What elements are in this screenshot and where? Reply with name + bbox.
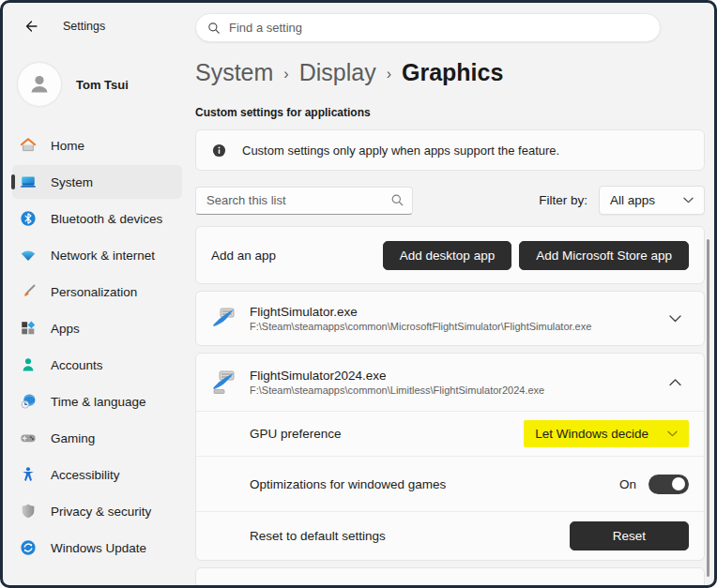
sidebar-item-personalization[interactable]: Personalization <box>12 275 182 309</box>
sidebar-item-label: Accessibility <box>51 468 120 482</box>
windowed-optimizations-label: Optimizations for windowed games <box>250 477 446 491</box>
sidebar-item-label: Gaming <box>51 431 95 445</box>
sidebar-item-windows-update[interactable]: Windows Update <box>12 531 182 565</box>
breadcrumb-separator: › <box>376 66 402 83</box>
bluetooth-icon <box>20 210 37 227</box>
breadcrumb-separator: › <box>273 66 298 83</box>
toggle-knob <box>672 477 685 490</box>
sidebar: Tom Tsui Home System Bluetooth & devices <box>3 50 191 585</box>
windowed-optimizations-row: Optimizations for windowed games On <box>196 456 704 511</box>
list-search-box[interactable] <box>195 187 413 215</box>
sidebar-item-label: Bluetooth & devices <box>51 212 162 226</box>
gpu-preference-label: GPU preference <box>250 427 342 441</box>
reset-button[interactable]: Reset <box>570 521 689 550</box>
time-language-icon <box>20 393 37 410</box>
windows-update-icon <box>20 539 37 556</box>
collapse-button[interactable] <box>661 369 689 397</box>
breadcrumb-graphics: Graphics <box>402 59 503 86</box>
sidebar-item-label: Time & language <box>51 395 146 409</box>
filter-group: Filter by: All apps <box>539 186 705 215</box>
apps-list: Add an app Add desktop app Add Microsoft… <box>195 226 705 588</box>
gaming-icon <box>20 430 37 446</box>
section-title: Custom settings for applications <box>195 106 705 119</box>
sidebar-item-bluetooth[interactable]: Bluetooth & devices <box>12 202 182 235</box>
app-header[interactable]: FlightSimulator2024.exe F:\Steam\steamap… <box>196 354 704 411</box>
sidebar-item-label: Home <box>51 139 84 153</box>
next-app-card-partial[interactable] <box>195 567 705 588</box>
breadcrumb-display[interactable]: Display <box>299 59 376 86</box>
back-button[interactable] <box>16 11 46 41</box>
app-path: F:\Steam\steamapps\common\MicrosoftFligh… <box>250 321 648 332</box>
sidebar-item-time-language[interactable]: Time & language <box>12 384 182 418</box>
app-path: F:\Steam\steamapps\common\Limitless\Flig… <box>250 384 648 396</box>
breadcrumb-system[interactable]: System <box>195 59 273 86</box>
global-search-input[interactable] <box>229 21 648 35</box>
avatar <box>18 63 61 106</box>
sidebar-item-gaming[interactable]: Gaming <box>12 421 182 455</box>
filter-value: All apps <box>610 193 655 207</box>
global-search-box[interactable] <box>195 13 661 42</box>
search-icon <box>207 22 221 35</box>
app-text: FlightSimulator2024.exe F:\Steam\steamap… <box>250 369 648 396</box>
search-icon <box>390 193 404 207</box>
flightsimulator2024-app-icon <box>211 369 236 395</box>
windowed-optimizations-toggle[interactable] <box>648 475 689 494</box>
gpu-preference-value: Let Windows decide <box>535 427 648 441</box>
sidebar-item-accessibility[interactable]: Accessibility <box>12 458 182 491</box>
breadcrumb: System › Display › Graphics <box>195 59 705 86</box>
info-icon <box>212 143 226 158</box>
sidebar-item-label: Windows Update <box>51 541 146 555</box>
sidebar-item-home[interactable]: Home <box>12 128 182 162</box>
sidebar-item-privacy-security[interactable]: Privacy & security <box>12 494 182 528</box>
system-icon <box>20 173 37 190</box>
gpu-preference-dropdown[interactable]: Let Windows decide <box>524 420 689 447</box>
flightsimulator-app-icon <box>211 306 236 331</box>
toggle-wrap: On <box>619 475 689 494</box>
personalization-icon <box>20 283 37 300</box>
app-header[interactable]: FlightSimulator.exe F:\Steam\steamapps\c… <box>196 292 704 345</box>
person-icon <box>25 70 53 98</box>
list-search-input[interactable] <box>195 187 413 215</box>
filter-label: Filter by: <box>539 193 587 207</box>
main-content: System › Display › Graphics Custom setti… <box>195 50 705 585</box>
apps-icon <box>20 320 37 337</box>
chevron-down-icon <box>667 430 678 437</box>
sidebar-item-label: Privacy & security <box>51 505 151 519</box>
user-profile[interactable]: Tom Tsui <box>3 55 191 113</box>
app-name: FlightSimulator.exe <box>250 305 648 319</box>
add-store-app-button[interactable]: Add Microsoft Store app <box>519 241 689 270</box>
sidebar-item-label: Apps <box>51 322 80 336</box>
chevron-down-icon <box>669 315 681 323</box>
sidebar-item-system[interactable]: System <box>12 165 182 199</box>
sidebar-item-accounts[interactable]: Accounts <box>12 348 182 382</box>
chevron-down-icon <box>683 197 694 204</box>
settings-window: Settings Tom Tsui Home S <box>0 0 717 588</box>
add-an-app-label: Add an app <box>211 249 383 263</box>
sidebar-item-label: Personalization <box>51 285 137 299</box>
network-icon <box>20 247 37 264</box>
expand-button[interactable] <box>661 305 689 333</box>
filter-dropdown[interactable]: All apps <box>599 186 705 215</box>
titlebar: Settings <box>3 3 714 50</box>
user-name: Tom Tsui <box>76 78 129 92</box>
reset-label: Reset to default settings <box>250 529 386 543</box>
home-icon <box>20 137 37 154</box>
sidebar-item-apps[interactable]: Apps <box>12 311 182 345</box>
sidebar-item-label: Accounts <box>51 358 103 372</box>
scrollbar[interactable] <box>707 239 709 577</box>
sidebar-item-network[interactable]: Network & internet <box>12 238 182 272</box>
back-arrow-icon <box>23 19 38 34</box>
add-desktop-app-button[interactable]: Add desktop app <box>383 241 511 270</box>
info-banner: Custom settings only apply when apps sup… <box>195 129 705 171</box>
app-card-flightsimulator[interactable]: FlightSimulator.exe F:\Steam\steamapps\c… <box>195 291 705 346</box>
app-name: FlightSimulator2024.exe <box>250 369 648 383</box>
accounts-icon <box>20 356 37 373</box>
add-an-app-card: Add an app Add desktop app Add Microsoft… <box>195 226 705 284</box>
chevron-up-icon <box>669 379 681 386</box>
accessibility-icon <box>20 466 37 483</box>
app-title: Settings <box>63 20 105 33</box>
info-banner-text: Custom settings only apply when apps sup… <box>242 143 559 158</box>
app-card-flightsimulator2024: FlightSimulator2024.exe F:\Steam\steamap… <box>195 353 705 561</box>
sidebar-item-label: Network & internet <box>51 249 155 263</box>
reset-row: Reset to default settings Reset <box>196 511 704 560</box>
